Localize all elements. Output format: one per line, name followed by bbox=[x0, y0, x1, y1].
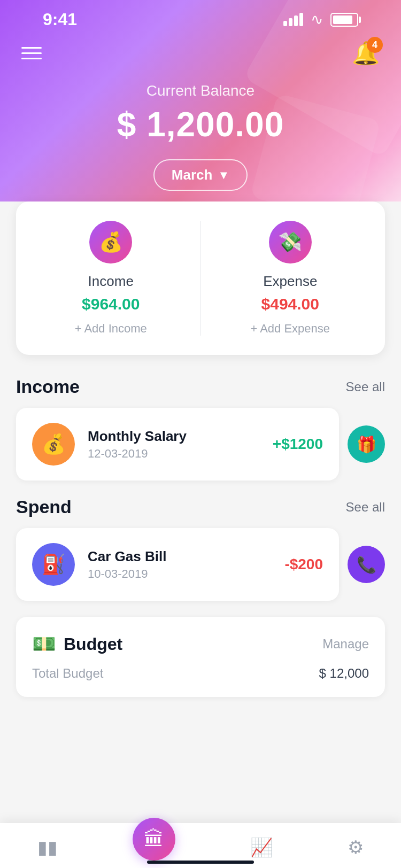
nav-settings[interactable]: ⚙ bbox=[348, 836, 364, 858]
add-income-button[interactable]: + Add Income bbox=[75, 322, 147, 336]
signal-icon bbox=[283, 13, 303, 26]
notification-button[interactable]: 🔔 4 bbox=[352, 40, 380, 66]
spend-transaction-icon: ⛽ bbox=[32, 543, 75, 586]
balance-section: Current Balance $ 1,200.00 March ▼ bbox=[21, 82, 380, 191]
income-transaction-name: Monthly Salary bbox=[88, 428, 260, 445]
battery-icon bbox=[330, 13, 358, 27]
budget-card: 💵 Budget Manage Total Budget $ 12,000 bbox=[16, 617, 385, 697]
top-nav: 🔔 4 bbox=[21, 35, 380, 82]
income-transaction-card: 💰 Monthly Salary 12-03-2019 +$1200 bbox=[16, 408, 339, 480]
budget-total-label: Total Budget bbox=[32, 666, 103, 681]
balance-label: Current Balance bbox=[21, 82, 380, 99]
income-section-header: Income See all bbox=[16, 376, 385, 397]
expense-amount: $494.00 bbox=[261, 295, 319, 313]
income-transaction-wrapper: 💰 Monthly Salary 12-03-2019 +$1200 🎁 bbox=[16, 408, 385, 480]
month-label: March bbox=[172, 167, 213, 183]
home-icon: 🏛 bbox=[133, 818, 175, 861]
spend-section-header: Spend See all bbox=[16, 497, 385, 517]
budget-manage-button[interactable]: Manage bbox=[322, 637, 369, 652]
summary-card: 💰 Income $964.00 + Add Income 💸 Expense … bbox=[16, 201, 385, 355]
expense-label: Expense bbox=[263, 273, 317, 290]
income-transaction-date: 12-03-2019 bbox=[88, 447, 260, 461]
spend-transaction-wrapper: ⛽ Car Gas Bill 10-03-2019 -$200 📞 bbox=[16, 528, 385, 601]
income-section-title: Income bbox=[16, 376, 80, 397]
budget-icon: 💵 bbox=[32, 633, 56, 655]
income-amount: $964.00 bbox=[82, 295, 140, 313]
income-transaction-info: Monthly Salary 12-03-2019 bbox=[88, 428, 260, 461]
spend-transaction-amount: -$200 bbox=[284, 556, 323, 573]
nav-wallet[interactable]: ▮▮ bbox=[37, 836, 58, 858]
status-icons: ∿ bbox=[283, 11, 358, 28]
status-time: 9:41 bbox=[43, 10, 77, 29]
chart-icon: 📈 bbox=[250, 836, 273, 858]
add-expense-button[interactable]: + Add Expense bbox=[250, 322, 330, 336]
wifi-icon: ∿ bbox=[311, 11, 323, 28]
menu-button[interactable] bbox=[21, 47, 42, 59]
income-see-all[interactable]: See all bbox=[346, 379, 385, 394]
budget-total-row: Total Budget $ 12,000 bbox=[32, 666, 369, 681]
spend-transaction-info: Car Gas Bill 10-03-2019 bbox=[88, 548, 272, 581]
expense-summary: 💸 Expense $494.00 + Add Expense bbox=[206, 221, 375, 336]
notification-badge: 4 bbox=[367, 37, 383, 53]
expense-avatar: 💸 bbox=[269, 221, 312, 264]
income-transaction-icon: 💰 bbox=[32, 423, 75, 466]
spend-transaction-card: ⛽ Car Gas Bill 10-03-2019 -$200 bbox=[16, 528, 339, 601]
spend-action-button[interactable]: 📞 bbox=[348, 546, 385, 583]
income-action-button[interactable]: 🎁 bbox=[348, 425, 385, 463]
spend-see-all[interactable]: See all bbox=[346, 500, 385, 515]
wallet-icon: ▮▮ bbox=[37, 836, 58, 858]
income-label: Income bbox=[88, 273, 134, 290]
spend-transaction-date: 10-03-2019 bbox=[88, 567, 272, 581]
budget-total-value: $ 12,000 bbox=[319, 666, 369, 681]
summary-divider bbox=[200, 221, 201, 336]
settings-icon: ⚙ bbox=[348, 836, 364, 858]
spend-transaction-name: Car Gas Bill bbox=[88, 548, 272, 565]
budget-title: Budget bbox=[64, 634, 122, 654]
income-summary: 💰 Income $964.00 + Add Income bbox=[27, 221, 195, 336]
budget-header: 💵 Budget Manage bbox=[32, 633, 369, 655]
income-transaction-amount: +$1200 bbox=[273, 436, 323, 453]
spend-section-title: Spend bbox=[16, 497, 72, 517]
main-content: 💰 Income $964.00 + Add Income 💸 Expense … bbox=[0, 201, 401, 772]
budget-title-wrap: 💵 Budget bbox=[32, 633, 122, 655]
nav-home[interactable]: 🏛 bbox=[133, 834, 175, 861]
month-selector[interactable]: March ▼ bbox=[153, 159, 248, 191]
balance-amount: $ 1,200.00 bbox=[21, 105, 380, 144]
chevron-down-icon: ▼ bbox=[218, 168, 229, 182]
status-bar: 9:41 ∿ bbox=[21, 0, 380, 35]
nav-chart[interactable]: 📈 bbox=[250, 836, 273, 858]
income-avatar: 💰 bbox=[89, 221, 132, 264]
home-indicator bbox=[147, 861, 254, 864]
